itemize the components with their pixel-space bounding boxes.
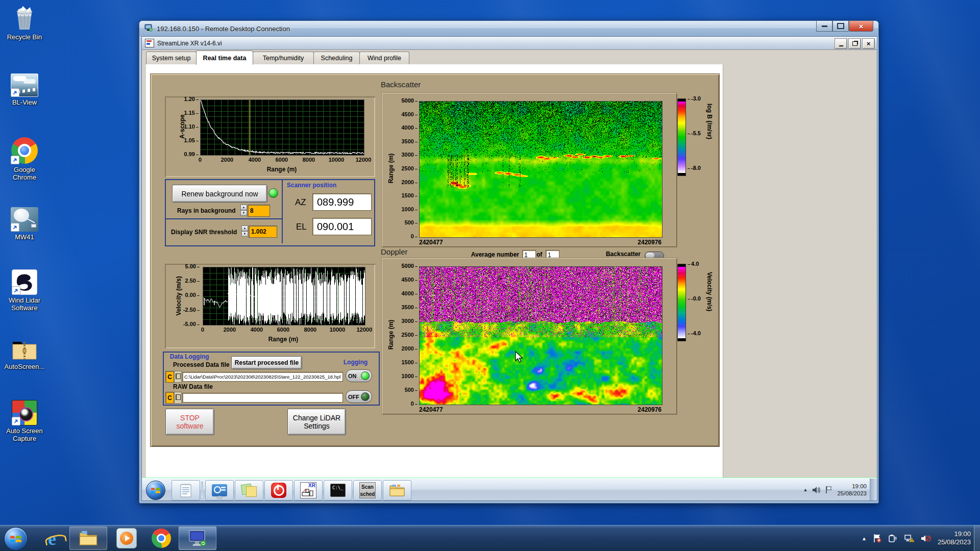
- remote-taskbar-scan-scheduler[interactable]: Scansched: [353, 480, 382, 500]
- auto-screen-capture-icon: [12, 400, 37, 425]
- ytick: 500: [395, 219, 418, 227]
- rdp-maximize-button[interactable]: [832, 21, 849, 32]
- ytick: 2500: [395, 165, 418, 172]
- ytick: 2000: [395, 345, 418, 353]
- shortcut-arrow-icon: [12, 417, 20, 425]
- raw-path-browse-icon[interactable]: [174, 392, 182, 404]
- velocity-graph: Velocity (m/s) 5.00 2.50 0.00 -2.50 -5.0…: [165, 264, 375, 348]
- desktop-icon-wind-lidar[interactable]: Wind Lidar Software: [3, 269, 46, 312]
- xtick: 2000: [216, 157, 238, 163]
- app-restore-button[interactable]: [848, 38, 861, 49]
- tab-scheduling[interactable]: Scheduling: [313, 52, 360, 64]
- on-led: [361, 371, 370, 380]
- host-taskbar: e ▲: [0, 525, 980, 551]
- remote-taskbar-sticky-notes[interactable]: [235, 480, 263, 500]
- remote-show-desktop-button[interactable]: [870, 479, 877, 501]
- desktop-icon-google-chrome[interactable]: Google Chrome: [3, 137, 46, 181]
- desktop-icon-mw41[interactable]: MW41: [3, 205, 46, 241]
- host-clock[interactable]: 19:00 25/08/2023: [938, 530, 971, 546]
- ytick: 2500: [395, 332, 418, 339]
- bl-view-icon: [11, 73, 38, 97]
- remote-taskbar-streamline-xr[interactable]: XR: [294, 480, 323, 500]
- remote-action-center-icon[interactable]: [825, 486, 832, 494]
- stop-software-button[interactable]: STOPsoftware: [165, 409, 214, 435]
- ytick: 0: [395, 400, 418, 408]
- snr-spinner[interactable]: ▲▼: [241, 226, 248, 237]
- shortcut-arrow-icon: [11, 156, 19, 164]
- rdp-close-button[interactable]: ×: [849, 21, 873, 32]
- host-start-button[interactable]: [4, 527, 28, 550]
- desktop-icon-label: AutoScreen...: [3, 363, 46, 370]
- doppler-title: Doppler: [381, 247, 437, 256]
- host-taskbar-chrome[interactable]: [147, 525, 176, 551]
- xtick: 4000: [243, 157, 266, 163]
- remote-taskbar-notepad[interactable]: [172, 480, 200, 500]
- rdp-icon: [144, 24, 153, 34]
- host-taskbar-explorer[interactable]: [69, 527, 107, 550]
- app-titlebar[interactable]: StreamLine XR v14-6.vi ×: [142, 37, 877, 50]
- raw-drive-box[interactable]: C: [165, 392, 174, 404]
- tab-strip: System setup Real time data Temp/humidit…: [142, 50, 877, 64]
- remote-start-button[interactable]: [146, 481, 165, 500]
- host-power-icon[interactable]: [888, 534, 898, 543]
- remote-taskbar-display-settings[interactable]: [205, 480, 234, 500]
- rdp-titlebar[interactable]: 192.168.0.150 - Remote Desktop Connectio…: [139, 21, 878, 36]
- host-tray-expand-icon[interactable]: ▲: [862, 536, 867, 541]
- app-minimize-button[interactable]: [835, 38, 847, 49]
- remote-tray-expand-icon[interactable]: ▲: [803, 487, 808, 492]
- snr-value-field[interactable]: 1.002: [249, 226, 277, 238]
- el-value-field[interactable]: 090.001: [312, 218, 372, 235]
- rdp-minimize-button[interactable]: [816, 21, 832, 32]
- rays-value-field[interactable]: 8: [248, 205, 270, 217]
- processed-path-field[interactable]: C:\Lidar\Data\Proc\2023\202308\20230825\…: [182, 372, 343, 382]
- zip-folder-icon: [11, 338, 38, 361]
- raw-path-field[interactable]: [182, 393, 343, 403]
- rays-spinner[interactable]: ▲▼: [240, 205, 247, 216]
- remote-taskbar-explorer[interactable]: [383, 480, 411, 500]
- ytick: 0.00: [175, 292, 200, 299]
- x-end-label: 2420976: [616, 407, 662, 413]
- host-taskbar-internet-explorer[interactable]: e: [41, 525, 67, 551]
- ytick: 1.10: [177, 123, 199, 131]
- host-volume-muted-icon[interactable]: [921, 534, 932, 543]
- tab-system-setup[interactable]: System setup: [146, 52, 197, 64]
- remote-taskbar-stop-app[interactable]: [264, 480, 293, 500]
- host-action-center-icon[interactable]: [873, 534, 881, 543]
- renew-background-button[interactable]: Renew background now: [172, 185, 267, 203]
- xtick: 6000: [271, 157, 293, 163]
- tab-temp-humidity[interactable]: Temp/humidity: [253, 52, 314, 64]
- colorbar-tick: -4.0: [688, 330, 701, 336]
- data-logging-panel: Data Logging Processed Data file Restart…: [163, 352, 380, 406]
- ytick: 5000: [395, 263, 418, 270]
- ytick: 1.05: [177, 137, 199, 144]
- remote-volume-icon[interactable]: [812, 486, 821, 494]
- processed-logging-toggle[interactable]: ON: [346, 369, 372, 382]
- ytick: 1500: [395, 192, 418, 199]
- processed-path-browse-icon[interactable]: [174, 371, 182, 383]
- desktop-icon-autoscreen-zip[interactable]: AutoScreen...: [3, 335, 46, 370]
- ytick: 1.15: [177, 110, 199, 117]
- az-value-field[interactable]: 089.999: [312, 193, 372, 211]
- tab-wind-profile[interactable]: Wind profile: [359, 52, 409, 64]
- wind-lidar-icon: [12, 269, 37, 295]
- change-lidar-settings-button[interactable]: Change LiDARSettings: [287, 409, 346, 435]
- desktop-icon-auto-screen-capture[interactable]: Auto Screen Capture: [3, 400, 46, 442]
- remote-clock[interactable]: 19:00 25/08/2023: [837, 483, 867, 497]
- average-number-label: Average number: [462, 251, 519, 258]
- app-close-button[interactable]: ×: [862, 38, 875, 49]
- raw-logging-toggle[interactable]: OFF: [346, 390, 372, 403]
- host-taskbar-remote-desktop[interactable]: [179, 527, 216, 550]
- xtick: 4000: [246, 327, 268, 333]
- desktop-icon-bl-view[interactable]: BL-View: [3, 70, 46, 106]
- tab-real-time-data[interactable]: Real time data: [196, 51, 253, 65]
- host-taskbar-media-player[interactable]: [111, 525, 142, 551]
- restart-processed-file-button[interactable]: Restart processed file: [231, 356, 302, 369]
- host-show-desktop-button[interactable]: [974, 525, 980, 551]
- remote-taskbar-cmd[interactable]: C:\_: [324, 480, 352, 500]
- host-network-icon[interactable]: [904, 534, 915, 543]
- desktop-icon-recycle-bin[interactable]: Recycle Bin: [3, 4, 46, 41]
- ascope-canvas: [200, 99, 364, 156]
- recycle-bin-icon: [11, 4, 38, 32]
- el-label: EL: [296, 222, 307, 232]
- processed-drive-box[interactable]: C: [165, 371, 174, 383]
